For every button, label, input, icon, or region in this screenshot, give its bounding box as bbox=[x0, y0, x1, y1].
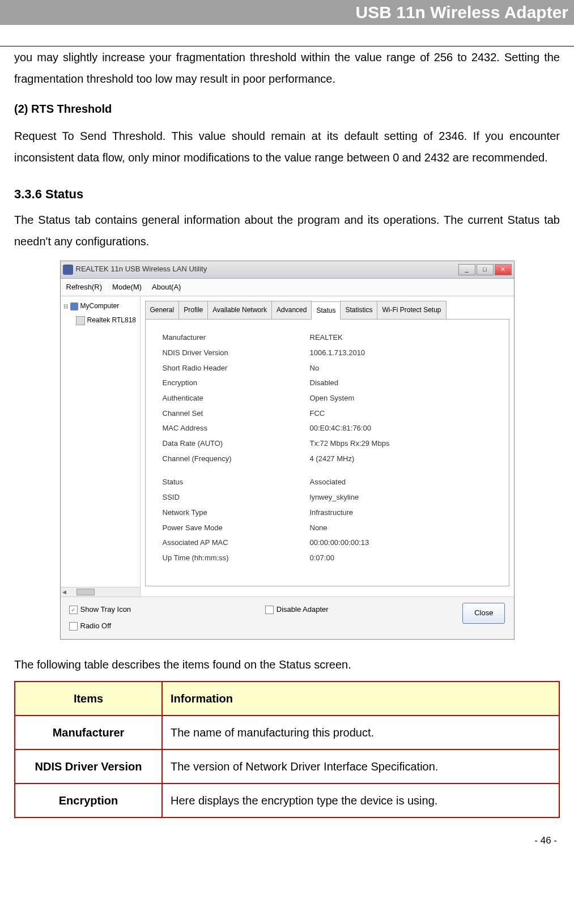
status-row: ManufacturerREALTEK bbox=[163, 331, 492, 345]
computer-icon bbox=[70, 303, 78, 310]
app-window: REALTEK 11n USB Wireless LAN Utility _ □… bbox=[60, 261, 515, 640]
status-label: NDIS Driver Version bbox=[163, 346, 310, 360]
menu-bar: Refresh(R) Mode(M) About(A) bbox=[61, 279, 514, 297]
status-label: Associated AP MAC bbox=[163, 536, 310, 550]
table-cell-info: Here displays the encryption type the de… bbox=[162, 784, 559, 817]
status-value: FCC bbox=[310, 407, 325, 421]
status-label: MAC Address bbox=[163, 421, 310, 436]
status-row: Associated AP MAC00:00:00:00:00:13 bbox=[163, 536, 492, 550]
status-value: Infrastructure bbox=[310, 506, 354, 520]
tree-root[interactable]: ⊟ MyComputer bbox=[63, 299, 137, 313]
status-value: Open System bbox=[310, 391, 355, 406]
app-icon bbox=[63, 265, 73, 275]
status-label: Data Rate (AUTO) bbox=[163, 437, 310, 451]
table-row: ManufacturerThe name of manufacturing th… bbox=[15, 716, 559, 750]
status-value: REALTEK bbox=[310, 331, 343, 345]
table-cell-item: Manufacturer bbox=[15, 716, 162, 750]
scroll-thumb[interactable] bbox=[76, 589, 95, 595]
status-label: Authenticate bbox=[163, 391, 310, 406]
table-cell-item: Encryption bbox=[15, 784, 162, 817]
status-value: 00:00:00:00:00:13 bbox=[310, 536, 369, 550]
status-label: Short Radio Header bbox=[163, 361, 310, 376]
close-button[interactable]: Close bbox=[462, 603, 505, 624]
status-row: EncryptionDisabled bbox=[163, 376, 492, 390]
checkbox-show-tray[interactable]: ✓ Show Tray Icon bbox=[69, 603, 131, 617]
status-label: Up Time (hh:mm:ss) bbox=[163, 551, 310, 565]
paragraph-3: The Status tab contains general informat… bbox=[14, 209, 560, 252]
tree-collapse-icon[interactable]: ⊟ bbox=[63, 301, 68, 312]
maximize-button[interactable]: □ bbox=[477, 264, 494, 275]
tab-statistics[interactable]: Statistics bbox=[340, 301, 377, 319]
status-row: Channel SetFCC bbox=[163, 407, 492, 421]
checkbox-radio-off[interactable]: Radio Off bbox=[69, 619, 131, 633]
status-row: SSIDlynwey_skyline bbox=[163, 491, 492, 505]
status-value: 0:07:00 bbox=[310, 551, 334, 565]
header-title: USB 11n Wireless Adapter bbox=[356, 3, 568, 22]
title-bar: REALTEK 11n USB Wireless LAN Utility _ □… bbox=[61, 261, 514, 279]
status-label: Status bbox=[163, 475, 310, 489]
status-row: Data Rate (AUTO)Tx:72 Mbps Rx:29 Mbps bbox=[163, 437, 492, 451]
status-label: Power Save Mode bbox=[163, 521, 310, 535]
status-row: NDIS Driver Version1006.1.713.2010 bbox=[163, 346, 492, 360]
table-cell-info: The version of Network Driver Interface … bbox=[162, 750, 559, 784]
tab-profile[interactable]: Profile bbox=[178, 301, 208, 319]
status-row: Network TypeInfrastructure bbox=[163, 506, 492, 520]
menu-refresh[interactable]: Refresh(R) bbox=[66, 280, 103, 295]
status-row: AuthenticateOpen System bbox=[163, 391, 492, 406]
table-header-items: Items bbox=[15, 682, 162, 716]
checkbox-disable-adapter[interactable]: Disable Adapter bbox=[265, 603, 329, 617]
status-label: Encryption bbox=[163, 376, 310, 390]
radio-off-label: Radio Off bbox=[80, 619, 112, 633]
status-row: Up Time (hh:mm:ss)0:07:00 bbox=[163, 551, 492, 565]
tree-child[interactable]: Realtek RTL818 bbox=[63, 313, 137, 327]
status-value: 4 (2427 MHz) bbox=[310, 452, 355, 466]
window-title: REALTEK 11n USB Wireless LAN Utility bbox=[76, 262, 207, 276]
table-cell-info: The name of manufacturing this product. bbox=[162, 716, 559, 750]
show-tray-label: Show Tray Icon bbox=[80, 603, 131, 617]
paragraph-4: The following table describes the items … bbox=[14, 654, 560, 675]
table-row: NDIS Driver VersionThe version of Networ… bbox=[15, 750, 559, 784]
close-window-button[interactable]: ✕ bbox=[495, 264, 512, 275]
status-row: Channel (Frequency)4 (2427 MHz) bbox=[163, 452, 492, 466]
menu-about[interactable]: About(A) bbox=[152, 280, 181, 295]
menu-mode[interactable]: Mode(M) bbox=[112, 280, 142, 295]
checkbox-icon: ✓ bbox=[69, 606, 78, 614]
tab-wps[interactable]: Wi-Fi Protect Setup bbox=[377, 301, 446, 319]
status-value: Disabled bbox=[310, 376, 339, 390]
status-row: StatusAssociated bbox=[163, 475, 492, 489]
status-row: Short Radio HeaderNo bbox=[163, 361, 492, 376]
tree-child-label: Realtek RTL818 bbox=[87, 314, 137, 327]
tab-bar: General Profile Available Network Advanc… bbox=[145, 301, 509, 320]
tab-advanced[interactable]: Advanced bbox=[271, 301, 312, 319]
paragraph-2: Request To Send Threshold. This value sh… bbox=[14, 125, 560, 168]
tab-status[interactable]: Status bbox=[311, 301, 341, 320]
status-label: Channel (Frequency) bbox=[163, 452, 310, 466]
status-row: Power Save ModeNone bbox=[163, 521, 492, 535]
checkbox-icon bbox=[265, 606, 274, 614]
status-value: Tx:72 Mbps Rx:29 Mbps bbox=[310, 437, 390, 451]
page-number: - 46 - bbox=[0, 835, 574, 846]
paragraph-1: you may slightly increase your fragmenta… bbox=[14, 46, 560, 90]
tab-general[interactable]: General bbox=[145, 301, 180, 319]
bottom-bar: ✓ Show Tray Icon Radio Off Disable Adapt… bbox=[61, 597, 514, 638]
screenshot: REALTEK 11n USB Wireless LAN Utility _ □… bbox=[14, 261, 560, 640]
minimize-button[interactable]: _ bbox=[458, 264, 475, 275]
status-value: 00:E0:4C:81:76:00 bbox=[310, 421, 371, 436]
status-label: Manufacturer bbox=[163, 331, 310, 345]
status-label: Network Type bbox=[163, 506, 310, 520]
status-value: No bbox=[310, 361, 320, 376]
status-value: lynwey_skyline bbox=[310, 491, 359, 505]
tab-content: ManufacturerREALTEKNDIS Driver Version10… bbox=[145, 320, 509, 586]
table-cell-item: NDIS Driver Version bbox=[15, 750, 162, 784]
heading-rts: (2) RTS Threshold bbox=[14, 98, 560, 120]
table-row: EncryptionHere displays the encryption t… bbox=[15, 784, 559, 817]
sidebar-tree: ⊟ MyComputer Realtek RTL818 ◀ bbox=[61, 296, 141, 597]
status-value: Associated bbox=[310, 475, 346, 489]
sidebar-scrollbar[interactable]: ◀ bbox=[61, 587, 140, 597]
tab-available-network[interactable]: Available Network bbox=[207, 301, 272, 319]
document-header: USB 11n Wireless Adapter bbox=[0, 0, 574, 25]
disable-adapter-label: Disable Adapter bbox=[277, 603, 329, 617]
status-label: Channel Set bbox=[163, 407, 310, 421]
table-header-info: Information bbox=[162, 682, 559, 716]
main-panel: General Profile Available Network Advanc… bbox=[141, 296, 514, 597]
